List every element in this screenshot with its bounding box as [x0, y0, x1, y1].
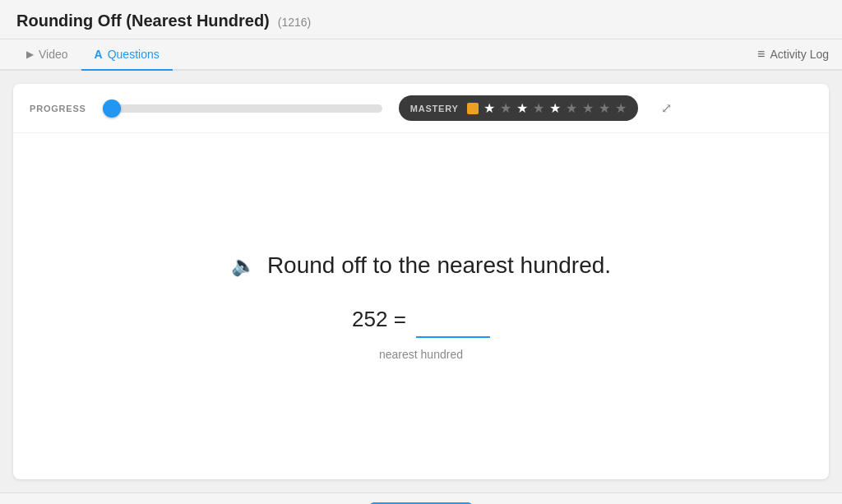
mastery-star-3: ★: [516, 100, 528, 116]
activity-log-button[interactable]: ≡ Activity Log: [757, 47, 829, 62]
card: PROGRESS MASTERY ★ ★ ★ ★ ★ ★ ★ ★ ★ ⤢: [13, 84, 829, 479]
question-area: 🔈 Round off to the nearest hundred. 252 …: [13, 133, 829, 479]
mastery-star-2: ★: [500, 100, 511, 116]
equation-number: 252 =: [352, 307, 406, 332]
tab-questions-label: Questions: [108, 48, 160, 61]
progress-thumb: [103, 99, 121, 118]
mastery-label: MASTERY: [410, 104, 459, 113]
progress-mastery-row: PROGRESS MASTERY ★ ★ ★ ★ ★ ★ ★ ★ ★ ⤢: [13, 84, 829, 133]
title-id: (1216): [278, 16, 311, 29]
mastery-star-5: ★: [549, 100, 561, 116]
answer-row: 252 = nearest hundred: [352, 302, 490, 361]
mastery-star-7: ★: [582, 100, 594, 116]
page-title: Rounding Off (Nearest Hundred): [16, 12, 270, 30]
mastery-star-1: ★: [483, 100, 495, 116]
activity-log-label: Activity Log: [770, 48, 829, 61]
main-content: PROGRESS MASTERY ★ ★ ★ ★ ★ ★ ★ ★ ★ ⤢: [0, 71, 842, 492]
tab-questions[interactable]: A Questions: [81, 39, 173, 71]
answer-input[interactable]: [416, 302, 490, 338]
mastery-star-8: ★: [599, 100, 610, 116]
mastery-star-6: ★: [566, 100, 577, 116]
tab-video-label: Video: [39, 48, 68, 61]
mastery-star-4: ★: [533, 100, 544, 116]
tab-bar: ▶ Video A Questions ≡ Activity Log: [0, 39, 842, 71]
equation-row: 252 =: [352, 302, 490, 338]
answer-hint: nearest hundred: [379, 348, 463, 361]
expand-icon[interactable]: ⤢: [661, 100, 672, 116]
mastery-star-9: ★: [615, 100, 627, 116]
activity-log-icon: ≡: [757, 47, 765, 62]
progress-track: [103, 104, 382, 113]
mastery-square: [467, 103, 479, 114]
progress-label: PROGRESS: [30, 104, 86, 113]
bottom-bar: Submit ⌨: [0, 492, 842, 504]
mastery-pill: MASTERY ★ ★ ★ ★ ★ ★ ★ ★ ★: [399, 95, 638, 121]
tab-video[interactable]: ▶ Video: [13, 39, 81, 71]
video-icon: ▶: [26, 49, 34, 60]
sound-icon[interactable]: 🔈: [231, 254, 256, 277]
question-text: Round off to the nearest hundred.: [267, 252, 611, 279]
title-bar: Rounding Off (Nearest Hundred) (1216): [0, 0, 842, 39]
question-text-row: 🔈 Round off to the nearest hundred.: [231, 252, 611, 279]
questions-icon: A: [95, 48, 103, 61]
